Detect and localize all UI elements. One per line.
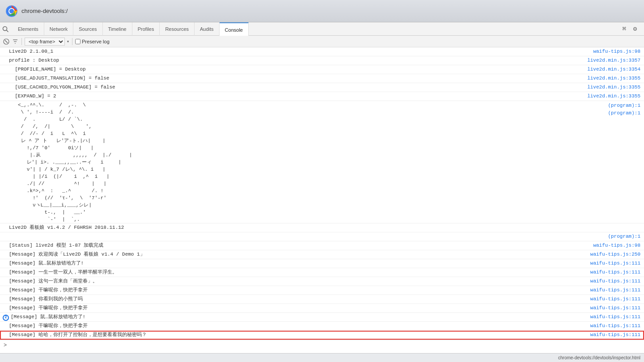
entry-source[interactable]: waifu-tips.js:111 [583,295,640,303]
entry-text: [Message] 一生一世一双人，半醉半醒半浮生。 [9,269,583,276]
console-entry-ascii: <_,.^^.\. / ,-. \ \ ', !----i / /. / . L… [0,101,644,223]
browser-title: chrome-devtools:/ [21,8,68,14]
console-entry-with-badge: 2 [Message] 鼠…鼠标放错地方了! waifu-tips.js:111 [0,313,644,322]
console-entry: [Message] 干嘛呢你，快把手拿开 waifu-tips.js:111 [0,322,644,331]
console-entry: [Message] 干嘛呢你，快把手拿开 waifu-tips.js:111 [0,286,644,295]
browser-logo [5,5,18,17]
entry-text: Live2D 2.1.00_1 [9,48,586,55]
console-input-row: > [0,340,644,350]
tab-console[interactable]: Console [220,22,249,36]
console-entry: [USE_CACHED_POLYGON_IMAGE] = false live2… [0,83,644,92]
console-input[interactable] [9,343,640,348]
console-entry: [Status] live2d 模型 1-87 加载完成 waifu-tips.… [0,241,644,250]
search-icon[interactable] [2,25,9,33]
console-entry: [Message] 你看到我的小熊了吗 waifu-tips.js:111 [0,295,644,304]
toolbar-separator [21,38,22,45]
entry-source[interactable]: waifu-tips.js:111 [583,331,640,339]
console-toolbar: <top frame> ▾ Preserve log [0,36,644,47]
entry-text: [Message] 哈哈，你打开了控制台，是想要看看我的秘密吗？ [9,331,583,339]
preserve-log-label[interactable]: Preserve log [75,39,110,44]
repeat-count-badge: 2 [3,315,9,321]
console-entry: profile : Desktop live2d.min.js:3357 [0,56,644,65]
entry-text: [Status] live2d 模型 1-87 加载完成 [9,242,586,249]
status-bar: chrome-devtools://devtools/inspector.htm… [0,353,644,362]
entry-source[interactable]: live2d.min.js:3355 [580,84,640,91]
entry-text: [Message] 这句一言来自「画堂春」。 [9,278,583,285]
entry-source[interactable]: waifu-tips.js:111 [583,260,640,267]
entry-source[interactable]: live2d.min.js:3357 [580,57,640,64]
console-entry: Live2D 看板娘 v1.4.2 / FGHRSH 2018.11.12 [0,223,644,232]
tab-bar: Elements Network Sources Timeline Profil… [0,22,644,36]
entry-text: profile : Desktop [9,57,580,64]
console-entry: [EXPAND_W] = 2 live2d.min.js:3355 [0,92,644,101]
entry-source-ascii2[interactable]: (program):1 [601,109,640,117]
entry-text: [Message] 鼠…鼠标放错地方了! [11,313,583,321]
frame-dropdown-arrow[interactable]: ▾ [67,39,69,44]
toolbar-separator-2 [72,38,72,45]
browser-chrome: chrome-devtools:/ [0,0,644,22]
entry-source[interactable]: waifu-tips.js:98 [586,242,640,249]
tab-sources[interactable]: Sources [73,22,102,36]
entry-source[interactable]: waifu-tips.js:98 [586,48,640,55]
console-entry: [Message] 鼠…鼠标放错地方了! waifu-tips.js:111 [0,259,644,268]
console-output[interactable]: Live2D 2.1.00_1 waifu-tips.js:98 profile… [0,47,644,353]
entry-text: [USE_ADJUST_TRANSLATION] = false [9,75,580,82]
entry-text: [Message] 干嘛呢你，快把手拿开 [9,286,583,294]
console-entry: [Message] 一生一世一双人，半醉半醒半浮生。 waifu-tips.js… [0,268,644,277]
tab-elements[interactable]: Elements [13,22,44,36]
svg-point-3 [9,9,14,13]
console-prompt: > [4,342,7,349]
tab-bar-actions: ⌘ ⚙ [621,25,642,33]
entry-source[interactable]: waifu-tips.js:111 [583,278,640,285]
console-entry: [PROFILE_NAME] = Desktop live2d.min.js:3… [0,65,644,74]
console-entry: [Message] 干嘛呢你，快把手拿开 waifu-tips.js:111 [0,304,644,313]
tab-timeline[interactable]: Timeline [103,22,132,36]
entry-text: [Message] 干嘛呢你，快把手拿开 [9,304,583,312]
entry-text: [Message] 干嘛呢你，快把手拿开 [9,322,583,330]
devtools-panel: Elements Network Sources Timeline Profil… [0,22,644,353]
entry-source[interactable]: live2d.min.js:3355 [580,75,640,82]
preserve-log-checkbox[interactable] [75,39,80,44]
entry-source[interactable]: waifu-tips.js:111 [583,313,640,321]
entry-text: [EXPAND_W] = 2 [9,93,580,100]
entry-source[interactable]: waifu-tips.js:111 [583,304,640,312]
frame-selector[interactable]: <top frame> [25,38,65,46]
console-entry: [Message] 欢迎阅读「Live2D 看板娘 v1.4 / Demo 1」… [0,250,644,259]
console-entry: [USE_ADJUST_TRANSLATION] = false live2d.… [0,74,644,83]
entry-source[interactable]: live2d.min.js:3355 [580,93,640,100]
entry-text: [PROFILE_NAME] = Desktop [9,66,580,73]
status-url: chrome-devtools://devtools/inspector.htm… [558,355,640,360]
console-entry: (program):1 [0,232,644,241]
tab-profiles[interactable]: Profiles [132,22,160,36]
entry-source[interactable]: waifu-tips.js:250 [583,251,640,258]
tab-audits[interactable]: Audits [195,22,220,36]
clear-console-button[interactable] [3,38,10,45]
entry-source[interactable]: waifu-tips.js:111 [583,269,640,276]
entry-text: [Message] 你看到我的小熊了吗 [9,295,583,303]
tab-resources[interactable]: Resources [160,22,195,36]
entry-source[interactable]: (program):1 [601,233,640,240]
entry-source-ascii1[interactable]: (program):1 [601,102,640,109]
entry-text: [USE_CACHED_POLYGON_IMAGE] = false [9,84,580,91]
entry-source[interactable]: live2d.min.js:3354 [580,66,640,73]
tab-network[interactable]: Network [44,22,73,36]
entry-text: [Message] 鼠…鼠标放错地方了! [9,260,583,267]
console-entry: Live2D 2.1.00_1 waifu-tips.js:98 [0,47,644,56]
entry-text: Live2D 看板娘 v1.4.2 / FGHRSH 2018.11.12 [9,224,633,232]
entry-source[interactable]: waifu-tips.js:111 [583,322,640,330]
dock-icon[interactable]: ⌘ [621,25,628,33]
settings-icon[interactable]: ⚙ [631,25,639,33]
svg-line-5 [7,30,8,32]
entry-text: [Message] 欢迎阅读「Live2D 看板娘 v1.4 / Demo 1」 [9,251,583,258]
console-entry-highlighted: [Message] 哈哈，你打开了控制台，是想要看看我的秘密吗？ waifu-t… [0,331,644,340]
entry-source[interactable]: waifu-tips.js:111 [583,286,640,294]
svg-line-7 [5,40,8,43]
ascii-art: <_,.^^.\. / ,-. \ \ ', !----i / /. / . L… [9,101,141,223]
console-entry: [Message] 这句一言来自「画堂春」。 waifu-tips.js:111 [0,277,644,286]
filter-icon[interactable] [12,38,19,45]
